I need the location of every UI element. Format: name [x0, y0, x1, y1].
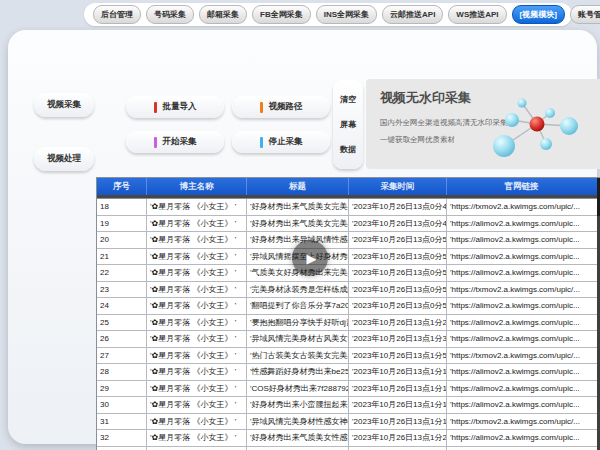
tool-button-3[interactable]: 开始采集: [126, 131, 224, 153]
table-row[interactable]: 20'✿星月零落 《小女王》 ''好身材秀出来异域风情性感美...'2023年1…: [97, 232, 600, 249]
table-cell: 'https://alimov2.a.kwimgs.com/upic...: [447, 381, 596, 397]
table-cell: 31: [97, 414, 147, 430]
table-cell: '2023年10月26日13点0分57秒': [349, 282, 447, 298]
table-cell: '✿星月零落 《小女王》 ': [147, 315, 247, 331]
table-row[interactable]: 23'✿星月零落 《小女王》 ''完美身材泳装秀是怎样练成的...'2023年1…: [97, 282, 600, 299]
table-row[interactable]: 27'✿星月零落 《小女王》 ''热门古装美女古装美女完美身...'2023年1…: [97, 348, 600, 365]
table-cell: '好身材秀出来气质美女性感古...: [247, 430, 349, 446]
table-cell: 'https://txmov2.a.kwimgs.com/upic/...: [447, 199, 596, 215]
table-cell: '✿星月零落 《小女王》 ': [147, 282, 247, 298]
tool-button-label: 视频路径: [269, 101, 303, 113]
table-cell: '✿星月零落 《小女王》 ': [147, 430, 247, 446]
column-header[interactable]: 序号: [97, 178, 147, 195]
nav-tab-3[interactable]: 邮箱采集: [199, 5, 247, 24]
table-cell: 23: [97, 282, 147, 298]
table-cell: '✿星月零落 《小女王》 ': [147, 414, 247, 430]
accent-bar-icon: [260, 137, 263, 148]
table-row[interactable]: 29'✿星月零落 《小女王》 ''COS好身材秀出来7f288792''2023…: [97, 381, 600, 398]
table-cell: 'https://alimov2.a.kwimgs.com/upic...: [447, 331, 596, 347]
nav-tab-1[interactable]: 后台管理: [93, 5, 141, 24]
table-row[interactable]: 19'✿星月零落 《小女王》 ''好身材秀出来气质美女完美身...'2023年1…: [97, 216, 600, 233]
table-row[interactable]: 30'✿星月零落 《小女王》 ''好身材秀出来小蛮腰扭起来颜...'2023年1…: [97, 397, 600, 414]
table-cell: '翻唱提到了你音乐分享7a20e...: [247, 298, 349, 314]
clear-screen-button[interactable]: 清空屏幕数据: [333, 80, 363, 169]
tool-button-1[interactable]: 批量导入: [126, 96, 224, 118]
table-cell: '要抱抱翻唱分享快手好听dj音...: [247, 315, 349, 331]
nav-tab-2[interactable]: 号码采集: [146, 5, 194, 24]
clear-screen-label-line: 清空: [340, 94, 356, 105]
column-header[interactable]: 官网链接: [447, 178, 596, 195]
nav-tab-8[interactable]: [视频模块]: [512, 5, 565, 24]
table-cell: 'https://alimov2.a.kwimgs.com/upic...: [447, 430, 596, 446]
promo-banner: 视频无水印采集 国内外全网全渠道视频高清无水印采集 一键获取全网优质素材: [366, 79, 600, 169]
table-row[interactable]: 26'✿星月零落 《小女王》 ''异域风情完美身材古风美女5...'2023年1…: [97, 331, 600, 348]
results-table: 序号博主名称标题采集时间官网链接 18'✿星月零落 《小女王》 ''好身材秀出来…: [96, 177, 600, 450]
table-cell: '2023年10月26日13点1分5秒': [349, 348, 447, 364]
tool-button-4[interactable]: 停止采集: [232, 131, 330, 153]
table-cell: 20: [97, 232, 147, 248]
table-cell: 'https://txmov2.a.kwimgs.com/upic/...: [447, 348, 596, 364]
table-cell: '2023年10月26日13点0分56秒': [349, 265, 447, 281]
table-cell: 22: [97, 265, 147, 281]
table-cell: '2023年10月26日13点1分2秒': [349, 315, 447, 331]
table-row[interactable]: 24'✿星月零落 《小女王》 ''翻唱提到了你音乐分享7a20e...'2023…: [97, 298, 600, 315]
table-cell: '2023年10月26日13点1分15秒': [349, 381, 447, 397]
table-cell: '✿星月零落 《小女王》 ': [147, 265, 247, 281]
table-cell: 'https://alimov2.a.kwimgs.com/upic...: [447, 315, 596, 331]
table-row[interactable]: 32'✿星月零落 《小女王》 ''好身材秀出来气质美女性感古...'2023年1…: [97, 430, 600, 447]
banner-subtitle: 一键获取全网优质素材: [380, 135, 455, 145]
table-body: 18'✿星月零落 《小女王》 ''好身材秀出来气质美女完美身...'2023年1…: [97, 199, 600, 450]
table-cell: 'https://alimov2.a.kwimgs.com/upic...: [447, 249, 596, 265]
table-cell: 24: [97, 298, 147, 314]
table-row[interactable]: 25'✿星月零落 《小女王》 ''要抱抱翻唱分享快手好听dj音...'2023年…: [97, 315, 600, 332]
table-cell: '✿星月零落 《小女王》 ': [147, 397, 247, 413]
table-row[interactable]: 18'✿星月零落 《小女王》 ''好身材秀出来气质美女完美身...'2023年1…: [97, 199, 600, 216]
play-button-overlay[interactable]: ▶: [292, 240, 328, 276]
tool-button-label: 批量导入: [163, 101, 197, 113]
table-cell: '2023年10月26日13点1分25秒': [349, 447, 447, 450]
table-cell: '异域风情完美身材性感女神c...: [247, 414, 349, 430]
table-cell: 'https://alimov2.a.kwimgs.com/upic...: [447, 232, 596, 248]
nav-tab-7[interactable]: WS推送API: [448, 5, 506, 24]
nav-tab-4[interactable]: FB全网采集: [252, 5, 311, 24]
table-cell: 'https://alimov2.a.kwimgs.com/upic...: [447, 397, 596, 413]
table-cell: '好身材秀出来小蛮腰扭起来颜...: [247, 397, 349, 413]
table-cell: '✿星月零落 《小女王》 ': [147, 298, 247, 314]
tool-button-2[interactable]: 视频路径: [232, 96, 330, 118]
table-cell: 28: [97, 364, 147, 380]
top-navbar: 后台管理号码采集邮箱采集FB全网采集INS全网采集云邮推送APIWS推送API[…: [84, 3, 572, 26]
accent-bar-icon: [154, 102, 157, 113]
accent-bar-icon: [154, 137, 157, 148]
table-cell: '2023年10月26日13点0分59秒': [349, 298, 447, 314]
table-cell: 19: [97, 216, 147, 232]
sidebar-item-video-capture[interactable]: 视频采集: [34, 93, 94, 117]
sidebar-item-video-process[interactable]: 视频处理: [34, 147, 94, 171]
table-cell: '2023年10月26日13点1分12秒': [349, 364, 447, 380]
sidebar-item-label: 视频采集: [47, 99, 81, 111]
table-row[interactable]: 28'✿星月零落 《小女王》 ''性感舞蹈好身材秀出来be254...'2023…: [97, 364, 600, 381]
sidebar-item-label: 视频处理: [47, 153, 81, 165]
table-cell: '2023年10月26日13点1分17秒': [349, 397, 447, 413]
table-cell: 'https://alimov2.a.kwimgs.com/upic...: [447, 364, 596, 380]
nav-tab-6[interactable]: 云邮推送API: [382, 5, 443, 24]
column-header[interactable]: 标题: [247, 178, 349, 195]
table-cell: '好身材秀出来COS魔法表情4...: [247, 447, 349, 450]
table-cell: '2023年10月26日13点0分51秒': [349, 232, 447, 248]
network-graph-icon: [473, 81, 600, 167]
nav-tab-9[interactable]: 账号管理: [570, 5, 600, 24]
table-row[interactable]: 21'✿星月零落 《小女王》 ''异域风情摇摆至上好身材秀出...'2023年1…: [97, 249, 600, 266]
table-cell: 'https://alimov2.a.kwimgs.com/upic...: [447, 265, 596, 281]
nav-tab-5[interactable]: INS全网采集: [316, 5, 377, 24]
column-header[interactable]: 博主名称: [147, 178, 247, 195]
table-row[interactable]: 22'✿星月零落 《小女王》 ''气质美女好身材秀出来完美身...'2023年1…: [97, 265, 600, 282]
table-row[interactable]: 31'✿星月零落 《小女王》 ''异域风情完美身材性感女神c...'2023年1…: [97, 414, 600, 431]
table-row[interactable]: 33'✿星月零落 《小女王》 ''好身材秀出来COS魔法表情4...'2023年…: [97, 447, 600, 450]
banner-title: 视频无水印采集: [380, 89, 471, 107]
table-cell: '好身材秀出来气质美女完美身...: [247, 216, 349, 232]
column-header[interactable]: 采集时间: [349, 178, 447, 195]
table-cell: 'https://alimov2.a.kwimgs.com/upic...: [447, 447, 596, 450]
table-cell: 30: [97, 397, 147, 413]
play-icon: ▶: [307, 251, 317, 266]
table-cell: 32: [97, 430, 147, 446]
table-cell: '✿星月零落 《小女王》 ': [147, 381, 247, 397]
